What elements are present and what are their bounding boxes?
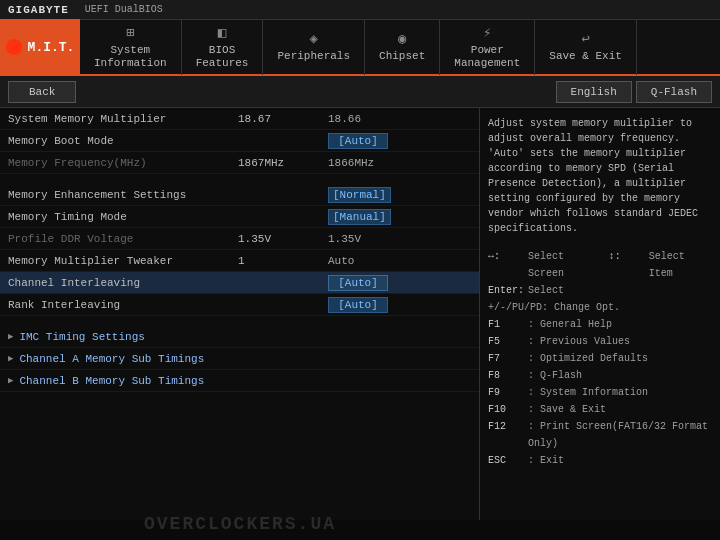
option-mem-timing: [Manual]: [328, 209, 471, 225]
key-hint-arrows: ↔: Select Screen ↕: Select Item: [488, 248, 712, 282]
row-rank-interleave[interactable]: Rank Interleaving [Auto]: [0, 294, 479, 316]
key-enter: Enter:: [488, 282, 528, 299]
dualbios-label: UEFI DualBIOS: [85, 4, 163, 15]
top-bar: GIGABYTE UEFI DualBIOS: [0, 0, 720, 20]
label-sys-mem-mult: System Memory Multiplier: [8, 113, 238, 125]
right-panel: Adjust system memory multiplier to adjus…: [480, 108, 720, 520]
option-rank-interleave: [Auto]: [328, 297, 471, 313]
option-profile-ddr: 1.35V: [328, 233, 471, 245]
peripherals-icon: ◈: [310, 30, 318, 47]
key-hint-esc: ESC : Exit: [488, 452, 712, 469]
nav-power-management[interactable]: ⚡ PowerManagement: [440, 19, 535, 75]
key-hint-f7: F7 : Optimized Defaults: [488, 350, 712, 367]
gap-row: [0, 174, 479, 184]
label-mem-mult-tweak: Memory Multiplier Tweaker: [8, 255, 238, 267]
row-mem-enhance[interactable]: Memory Enhancement Settings [Normal]: [0, 184, 479, 206]
row-sys-mem-mult[interactable]: System Memory Multiplier 18.67 18.66: [0, 108, 479, 130]
key-hint-f8: F8 : Q-Flash: [488, 367, 712, 384]
help-text: Adjust system memory multiplier to adjus…: [488, 116, 712, 236]
option-sys-mem-mult: 18.66: [328, 113, 471, 125]
nav-system-information[interactable]: ⊞ SystemInformation: [80, 19, 182, 75]
desc-f5: : Previous Values: [528, 333, 630, 350]
option-channel-interleave: [Auto]: [328, 275, 471, 291]
option-mem-mult-tweak: Auto: [328, 255, 471, 267]
key-f12: F12: [488, 418, 528, 452]
desc-f7: : Optimized Defaults: [528, 350, 648, 367]
label-mem-enhance: Memory Enhancement Settings: [8, 189, 238, 201]
mit-label: M.I.T.: [28, 40, 75, 55]
row-channel-interleave[interactable]: Channel Interleaving [Auto]: [0, 272, 479, 294]
nav-peripherals[interactable]: ◈ Peripherals: [263, 19, 365, 75]
row-mem-timing[interactable]: Memory Timing Mode [Manual]: [0, 206, 479, 228]
desc-esc: : Exit: [528, 452, 564, 469]
expand-channel-b[interactable]: ▶ Channel B Memory Sub Timings: [0, 370, 479, 392]
desc-f8: : Q-Flash: [528, 367, 582, 384]
key-esc: ESC: [488, 452, 528, 469]
key-hint-f1: F1 : General Help: [488, 316, 712, 333]
expand-channel-a[interactable]: ▶ Channel A Memory Sub Timings: [0, 348, 479, 370]
brand-logo: GIGABYTE: [8, 4, 69, 16]
nav-save-exit-label: Save & Exit: [549, 50, 622, 63]
row-mem-boot-mode[interactable]: Memory Boot Mode [Auto]: [0, 130, 479, 152]
expand-arrow-imc: ▶: [8, 331, 13, 342]
power-icon: ⚡: [483, 24, 491, 41]
save-exit-icon: ↩: [581, 30, 589, 47]
nav-power-label: PowerManagement: [454, 44, 520, 70]
desc-f1: : General Help: [528, 316, 612, 333]
label-mem-timing: Memory Timing Mode: [8, 211, 238, 223]
label-channel-interleave: Channel Interleaving: [8, 277, 238, 289]
nav-chipset[interactable]: ◉ Chipset: [365, 19, 440, 75]
key-f8: F8: [488, 367, 528, 384]
expand-imc-timing[interactable]: ▶ IMC Timing Settings: [0, 326, 479, 348]
row-mem-mult-tweak[interactable]: Memory Multiplier Tweaker 1 Auto: [0, 250, 479, 272]
label-channel-a: Channel A Memory Sub Timings: [19, 353, 204, 365]
option-mem-enhance: [Normal]: [328, 187, 471, 203]
mit-tab[interactable]: M.I.T.: [0, 19, 80, 75]
key-hint-f12: F12 : Print Screen(FAT16/32 Format Only): [488, 418, 712, 452]
key-f9: F9: [488, 384, 528, 401]
qflash-button[interactable]: Q-Flash: [636, 81, 712, 103]
left-panel: System Memory Multiplier 18.67 18.66 Mem…: [0, 108, 480, 520]
language-button[interactable]: English: [556, 81, 632, 103]
label-channel-b: Channel B Memory Sub Timings: [19, 375, 204, 387]
key-hint-f10: F10 : Save & Exit: [488, 401, 712, 418]
key-f1: F1: [488, 316, 528, 333]
key-change: +/-/PU/PD: Change Opt.: [488, 299, 620, 316]
label-rank-interleave: Rank Interleaving: [8, 299, 238, 311]
gap-row-2: [0, 316, 479, 326]
bios-features-icon: ◧: [218, 24, 226, 41]
mit-dot: [6, 39, 22, 55]
current-profile-ddr: 1.35V: [238, 233, 328, 245]
back-button[interactable]: Back: [8, 81, 76, 103]
nav-bios-features[interactable]: ◧ BIOSFeatures: [182, 19, 264, 75]
option-box-mem-boot-mode: [Auto]: [328, 133, 388, 149]
row-profile-ddr: Profile DDR Voltage 1.35V 1.35V: [0, 228, 479, 250]
label-profile-ddr: Profile DDR Voltage: [8, 233, 238, 245]
current-mem-freq: 1867MHz: [238, 157, 328, 169]
expand-arrow-channel-b: ▶: [8, 375, 13, 386]
key-f10: F10: [488, 401, 528, 418]
desc-ud-arrows: Select Item: [649, 248, 712, 282]
main-content: System Memory Multiplier 18.67 18.66 Mem…: [0, 108, 720, 520]
nav-save-exit[interactable]: ↩ Save & Exit: [535, 19, 637, 75]
nav-system-info-label: SystemInformation: [94, 44, 167, 70]
sub-nav: Back English Q-Flash: [0, 76, 720, 108]
key-lr-arrows: ↔:: [488, 248, 528, 282]
system-info-icon: ⊞: [126, 24, 134, 41]
key-f5: F5: [488, 333, 528, 350]
option-box-mem-enhance: [Normal]: [328, 187, 391, 203]
label-mem-freq: Memory Frequency(MHz): [8, 157, 238, 169]
key-hint-f9: F9 : System Information: [488, 384, 712, 401]
desc-f9: : System Information: [528, 384, 648, 401]
nav-bar: M.I.T. ⊞ SystemInformation ◧ BIOSFeature…: [0, 20, 720, 76]
key-f7: F7: [488, 350, 528, 367]
key-hints: ↔: Select Screen ↕: Select Item Enter: S…: [488, 248, 712, 469]
current-sys-mem-mult: 18.67: [238, 113, 328, 125]
option-box-mem-timing: [Manual]: [328, 209, 391, 225]
option-box-channel-interleave: [Auto]: [328, 275, 388, 291]
desc-f12: : Print Screen(FAT16/32 Format Only): [528, 418, 712, 452]
row-mem-freq: Memory Frequency(MHz) 1867MHz 1866MHz: [0, 152, 479, 174]
chipset-icon: ◉: [398, 30, 406, 47]
current-mem-mult-tweak: 1: [238, 255, 328, 267]
settings-table: System Memory Multiplier 18.67 18.66 Mem…: [0, 108, 479, 392]
